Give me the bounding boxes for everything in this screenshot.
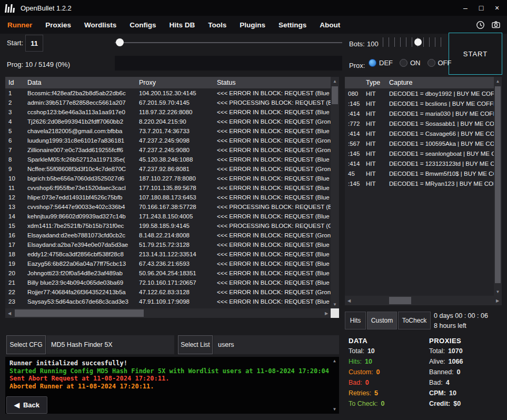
scroll-right-icon[interactable]: ▶	[322, 308, 331, 318]
result-row[interactable]: 10bigrich:b5be656a7060dd3525027d6187.110…	[5, 174, 331, 183]
scroll-thumb[interactable]	[389, 297, 411, 304]
hit-row[interactable]: :414HITDECODE1 = Csavage66 | BUY ME COFF…	[345, 128, 494, 138]
slider-handle[interactable]	[116, 38, 124, 46]
cell-status: <<< ERROR IN BLOCK: REQUEST (Blue	[214, 279, 331, 286]
menu-item-about[interactable]: About	[320, 21, 340, 29]
back-button[interactable]: ◀ Back	[6, 396, 47, 414]
hit-row[interactable]: :772HITDECODE1 = Sosasabb1 | BUY ME COFF…	[345, 118, 494, 128]
cell-type: HIT	[363, 131, 386, 137]
minimize-icon[interactable]: –	[458, 0, 473, 16]
result-row[interactable]: 23Saysay53:5d64acbc67de68c3cad3e347.91.1…	[5, 297, 331, 306]
tab-hits[interactable]: Hits	[345, 312, 366, 329]
scroll-down-icon[interactable]: ▼	[331, 300, 339, 308]
scroll-track[interactable]	[353, 296, 493, 305]
result-row[interactable]: 16Elsayadand:d2eeb7881073cfd0cb2c8.148.2…	[5, 231, 331, 240]
cell-id: 11	[5, 185, 24, 191]
back-button-label: Back	[23, 401, 39, 409]
result-row[interactable]: 21Billy blue23:9c4b094c065de03ba6972.10.…	[5, 278, 331, 287]
menu-item-wordlists[interactable]: Wordlists	[84, 21, 116, 29]
scroll-down-icon[interactable]: ▼	[494, 287, 502, 296]
hit-row[interactable]: :145HITDECODE1 = bcslions | BUY ME COFFE…	[345, 98, 494, 108]
progress-slider[interactable]	[115, 37, 342, 48]
stat-label: Bad:	[349, 379, 362, 386]
result-row[interactable]: 5chavela2182005@gmail.com:bfbba73.7.201.…	[5, 126, 331, 136]
hit-row[interactable]: 45HITDECODE1 = Bmwm5f10$ | BUY ME COFFE	[345, 168, 494, 178]
proxy-mode-def-radio[interactable]: DEF	[369, 59, 393, 67]
hit-row[interactable]: :145HITDECODE1 = MRyan123 | BUY ME COFFE…	[345, 178, 494, 188]
scroll-thumb[interactable]	[495, 86, 501, 283]
wordlist-name: users	[213, 335, 339, 354]
log-scrollbar[interactable]: ▲ ▼	[331, 358, 338, 413]
scroll-left-icon[interactable]: ◀	[5, 308, 14, 318]
results-horizontal-scrollbar[interactable]: ◀ ▶	[5, 308, 331, 318]
result-row[interactable]: 11cvvshop6:f955fbe73e1520daec3cacl177.10…	[5, 183, 331, 193]
tab-custom[interactable]: Custom	[367, 312, 397, 329]
hit-row[interactable]: :567HITDECODE1 = 100595Aka | BUY ME COFF…	[345, 138, 494, 148]
scroll-up-icon[interactable]: ▲	[331, 77, 339, 85]
hit-row[interactable]: :145HITDECODE1 = seanlongboat | BUY ME C…	[345, 148, 494, 158]
result-row[interactable]: 13cvvshop7:56447e90033e402c336b470.166.1…	[5, 202, 331, 212]
result-row[interactable]: 22Rojjer77:40684fa26f3643522413b5a47.122…	[5, 287, 331, 297]
menu-item-runner[interactable]: Runner	[7, 21, 32, 29]
select-cfg-button[interactable]: Select CFG	[6, 335, 46, 354]
history-clock-icon[interactable]	[474, 19, 486, 31]
cell-id: 15	[5, 223, 24, 229]
menu-item-proxies[interactable]: Proxies	[45, 21, 71, 29]
result-row[interactable]: 17Elsaydand:a2ba7e394e0e07da5d3ae51.79.2…	[5, 240, 331, 249]
hit-row[interactable]: :414HITDECODE1 = maria030 | BUY ME COFFE…	[345, 108, 494, 118]
proxy-mode-off-radio[interactable]: OFF	[428, 59, 452, 67]
cell-id: 16	[5, 232, 24, 238]
hits-vertical-scrollbar[interactable]: ▲ ▼	[494, 77, 502, 296]
result-row[interactable]: 7Zillionaire007:e0c73add619255fcff647.23…	[5, 145, 331, 155]
start-count-input[interactable]: 11	[25, 35, 43, 52]
scroll-right-icon[interactable]: ▶	[493, 296, 502, 305]
scroll-left-icon[interactable]: ◀	[345, 296, 353, 305]
result-row[interactable]: 1Bcosmic:f428eaf2ba2b8d5ab22db6c104.200.…	[5, 88, 331, 98]
result-row[interactable]: 14kehnjtuu99:86602d09939ad327c14b171.243…	[5, 212, 331, 221]
scroll-thumb[interactable]	[15, 309, 144, 317]
results-vertical-scrollbar[interactable]: ▲ ▼	[331, 77, 339, 308]
start-button[interactable]: START	[449, 33, 502, 75]
result-row[interactable]: 20Johngotti23:f20f0a54d8e23af489ab50.96.…	[5, 268, 331, 278]
screenshot-camera-icon[interactable]	[490, 19, 502, 31]
menu-item-hits-db[interactable]: Hits DB	[170, 21, 195, 29]
result-row[interactable]: 9Ncffee:55f08608f3d3f10c4c7de870C47.237.…	[5, 164, 331, 174]
radio-dot-icon	[369, 59, 376, 67]
result-row[interactable]: 8SparkleM05:fc26b52712a1197135e(45.120.3…	[5, 155, 331, 164]
cell-data: Eazyg56:6b822a06a04a77ff75cbc13	[24, 261, 136, 267]
scroll-up-icon[interactable]: ▲	[494, 77, 502, 85]
menu-item-tools[interactable]: Tools	[208, 21, 226, 29]
stat-row: Alive:1066	[429, 358, 463, 368]
scroll-track[interactable]	[14, 308, 322, 318]
result-row[interactable]: 12hlipe:073e7edd14931bf4526c75bfb107.180…	[5, 193, 331, 202]
hit-row[interactable]: :414HITDECODE1 = 123123123td | BUY ME CO…	[345, 158, 494, 168]
result-row[interactable]: 18eddy12:4758ca3df2856cbf538f28c8213.14.…	[5, 249, 331, 259]
result-row[interactable]: 19Eazyg56:6b822a06a04a77ff75cbc1367.43.2…	[5, 259, 331, 268]
results-table-body: 1Bcosmic:f428eaf2ba2b8d5ab22db6c104.200.…	[5, 88, 331, 308]
proxy-mode-on-radio[interactable]: ON	[400, 59, 421, 67]
result-row[interactable]: 4Tj2626:2d08e993941b2fdff7060bb28.220.20…	[5, 117, 331, 126]
menu-item-configs[interactable]: Configs	[130, 21, 156, 29]
cell-data: Johngotti23:f20f0a54d8e23af489ab	[24, 270, 136, 276]
cell-port: :145	[345, 181, 363, 187]
scroll-thumb[interactable]	[332, 86, 338, 104]
close-icon[interactable]: ×	[489, 0, 505, 16]
result-row[interactable]: 15xdm1411:7be2521fb75b15b731f0ec199.58.1…	[5, 221, 331, 231]
menu-item-settings[interactable]: Settings	[279, 21, 306, 29]
stat-label: Total:	[429, 347, 445, 355]
tab-tocheck[interactable]: ToCheck	[398, 312, 431, 329]
stat-value: 0	[457, 368, 461, 376]
cell-status: <<< PROCESSING BLOCK: REQUEST (B	[214, 204, 331, 210]
select-list-button[interactable]: Select List	[178, 335, 213, 354]
hits-horizontal-scrollbar[interactable]: ◀ ▶	[345, 296, 502, 305]
hit-row[interactable]: 080HITDECODE1 = dboy1992 | BUY ME COFFEE	[345, 88, 494, 98]
bots-slider[interactable]	[383, 35, 445, 49]
result-row[interactable]: 3ccshop123:b6e46a3a113a1aa917e0118.97.32…	[5, 107, 331, 117]
maximize-icon[interactable]: □	[473, 0, 489, 16]
menu-item-plugins[interactable]: Plugins	[240, 21, 265, 29]
scroll-down-icon[interactable]: ▼	[331, 406, 338, 413]
scroll-up-icon[interactable]: ▲	[331, 358, 338, 364]
result-row[interactable]: 2admin:39b5177e82858ecc5661a20767.201.59…	[5, 98, 331, 107]
bots-slider-handle[interactable]	[414, 38, 422, 46]
result-row[interactable]: 6luudung1999:31c8e6101e7a83618147.237.2.…	[5, 136, 331, 145]
